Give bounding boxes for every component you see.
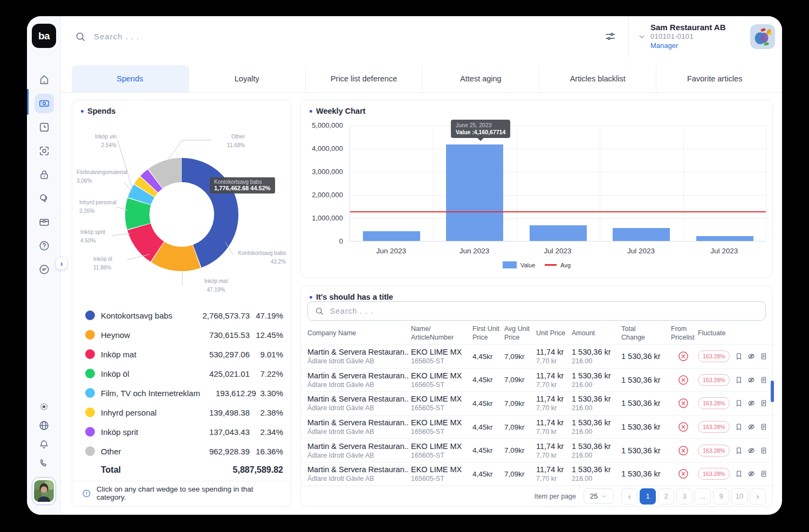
tab-loyalty[interactable]: Loyalty: [188, 65, 305, 92]
from-pricelist-x-icon[interactable]: [671, 421, 696, 433]
cell-total-change: 1 530,36 kr: [621, 469, 669, 478]
table-row[interactable]: Martin & Servera Restauran..Ädlare Idrot…: [301, 462, 772, 486]
sidebar-item-archive[interactable]: [35, 212, 54, 232]
pager-next[interactable]: ›: [750, 488, 766, 505]
clipboard-icon[interactable]: [759, 376, 768, 384]
table-row[interactable]: Martin & Servera Restauran..Ädlare Idrot…: [301, 391, 772, 415]
sidebar-item-time[interactable]: [35, 118, 54, 137]
column-header: Amount: [572, 329, 619, 337]
unit-price: 11,74 kr: [536, 465, 570, 474]
article-number: 165605-ST: [411, 357, 470, 365]
bookmark-icon[interactable]: [735, 469, 743, 478]
from-pricelist-x-icon[interactable]: [671, 350, 696, 362]
eye-off-icon[interactable]: [747, 446, 756, 455]
pager-page-3[interactable]: 3: [676, 488, 693, 505]
user-role-link[interactable]: Manager: [650, 42, 750, 51]
table-row[interactable]: Martin & Servera Restauran..Ädlare Idrot…: [301, 368, 772, 392]
callout-pct: 11.68%: [212, 141, 245, 150]
weekly-bar[interactable]: [613, 228, 670, 241]
row-actions: [735, 446, 768, 455]
sidebar-expand-button[interactable]: ›: [56, 258, 67, 270]
unit-price-sub: 7,70 kr: [536, 404, 570, 412]
pager-page-1[interactable]: 1: [640, 488, 656, 505]
from-pricelist-x-icon[interactable]: [671, 374, 696, 386]
weekly-legend: Value Avg: [301, 261, 772, 268]
cell-fluctuate: 163.28%: [698, 445, 732, 457]
company-logo-avatar[interactable]: [750, 24, 775, 49]
bookmark-icon[interactable]: [735, 446, 743, 455]
from-pricelist-x-icon[interactable]: [671, 468, 696, 480]
clipboard-icon[interactable]: [759, 446, 768, 455]
sidebar-item-spends[interactable]: [35, 94, 54, 113]
bookmark-icon[interactable]: [735, 399, 743, 407]
from-pricelist-x-icon[interactable]: [671, 397, 696, 409]
weekly-bar[interactable]: [363, 231, 420, 241]
chevron-down-icon[interactable]: [637, 32, 646, 41]
amount: 1 530,36 kr: [572, 465, 619, 474]
table-search-box: [307, 301, 766, 321]
clipboard-icon[interactable]: [759, 423, 768, 431]
sidebar-item-lock[interactable]: [35, 165, 54, 184]
sidebar-item-scan[interactable]: [35, 141, 54, 161]
cell-first-unit-price: 4,45kr: [472, 376, 502, 384]
sidebar-item-notifications[interactable]: [37, 437, 51, 451]
bookmark-icon[interactable]: [735, 423, 743, 431]
user-block[interactable]: Sam Restaurant AB 010101-0101 Manager: [650, 22, 750, 51]
page-size-select[interactable]: 25: [584, 488, 614, 504]
weekly-bar[interactable]: [530, 225, 587, 241]
eye-off-icon[interactable]: [747, 469, 756, 478]
weekly-chart-plot[interactable]: [349, 126, 766, 241]
table-row[interactable]: Martin & Servera Restauran..Ädlare Idrot…: [301, 438, 772, 462]
tab-price-list-deference[interactable]: Price list deference: [305, 65, 422, 92]
y-tick: 1,000,000: [305, 214, 343, 222]
eye-off-icon[interactable]: [747, 399, 756, 407]
table-search-input[interactable]: [330, 307, 759, 315]
sidebar-item-chat[interactable]: [35, 189, 54, 208]
cell-company: Martin & Servera Restauran..Ädlare Idrot…: [307, 348, 409, 365]
legend-pct: 47.19%: [250, 311, 283, 320]
cell-company: Martin & Servera Restauran..Ädlare Idrot…: [307, 371, 409, 389]
table-row[interactable]: Martin & Servera Restauran..Ädlare Idrot…: [301, 415, 772, 439]
pager-page-...[interactable]: ...: [695, 488, 711, 505]
eye-off-icon[interactable]: [747, 423, 756, 431]
pager-page-9[interactable]: 9: [713, 488, 729, 505]
home-icon: [38, 74, 50, 86]
search-input[interactable]: [94, 32, 364, 41]
tab-favorite-articles[interactable]: Favorite articles: [656, 65, 773, 92]
x-label: Jul 2023: [516, 247, 599, 255]
sidebar-item-phone[interactable]: [37, 456, 51, 470]
sidebar-item-globe[interactable]: [37, 418, 51, 432]
clipboard-icon[interactable]: [759, 399, 768, 407]
pager-page-10[interactable]: 10: [731, 488, 748, 505]
tab-spends[interactable]: Spends: [72, 65, 188, 92]
filter-sliders-icon[interactable]: [604, 30, 616, 43]
bookmark-icon[interactable]: [735, 352, 743, 361]
clipboard-icon[interactable]: [759, 469, 768, 478]
cell-total-change: 1 530,36 kr: [621, 399, 669, 407]
app-logo[interactable]: ba: [32, 24, 56, 48]
pager-page-2[interactable]: 2: [658, 488, 674, 505]
weekly-bar[interactable]: [446, 144, 503, 241]
avatar-photo: [34, 480, 54, 502]
table-row[interactable]: Martin & Servera Restauran..Ädlare Idrot…: [301, 344, 772, 368]
sidebar-item-help[interactable]: [35, 236, 54, 255]
scrollbar-thumb[interactable]: [771, 381, 774, 402]
weekly-bar[interactable]: [696, 236, 753, 241]
total-value: 5,887,589.82: [233, 465, 283, 475]
x-label: Jul 2023: [599, 247, 682, 255]
pager-prev[interactable]: ‹: [621, 488, 637, 505]
from-pricelist-x-icon[interactable]: [671, 445, 696, 457]
user-avatar[interactable]: [32, 477, 56, 505]
sidebar-item-theme[interactable]: [37, 399, 51, 413]
sidebar-item-home[interactable]: [35, 70, 54, 89]
clipboard-icon[interactable]: [759, 352, 768, 361]
y-tick: 4,000,000: [305, 144, 343, 153]
eye-off-icon[interactable]: [747, 352, 756, 361]
eye-off-icon[interactable]: [747, 376, 756, 384]
tab-attest-aging[interactable]: Attest aging: [422, 65, 539, 92]
cell-avg-unit-price: 7,09kr: [504, 399, 534, 407]
tab-articles-blacklist[interactable]: Articles blacklist: [539, 65, 656, 92]
topbar: Sam Restaurant AB 010101-0101 Manager: [61, 16, 782, 57]
bookmark-icon[interactable]: [735, 376, 743, 384]
sidebar-item-feedback[interactable]: [35, 260, 54, 279]
